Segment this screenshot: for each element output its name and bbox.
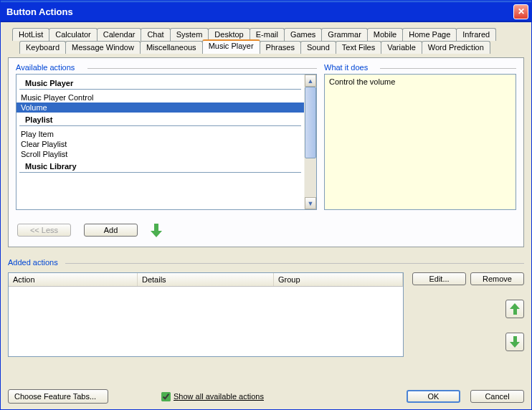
tab-strip: HotListCalculatorCalendarChatSystemDeskt…: [8, 28, 524, 57]
content-area: HotListCalculatorCalendarChatSystemDeskt…: [1, 22, 531, 409]
cancel-button[interactable]: Cancel: [470, 390, 524, 403]
scrollbar[interactable]: ▲ ▼: [304, 75, 316, 209]
checkbox-label[interactable]: Show all available actions: [174, 392, 264, 401]
show-all-checkbox[interactable]: Show all available actions: [161, 392, 264, 401]
tab-calculator[interactable]: Calculator: [49, 28, 98, 41]
available-actions-group: Available actions Music PlayerMusic Play…: [16, 65, 317, 216]
add-button[interactable]: Add: [84, 224, 138, 237]
scroll-up-icon[interactable]: ▲: [305, 75, 316, 87]
tab-keyboard[interactable]: Keyboard: [19, 41, 66, 54]
tab-variable[interactable]: Variable: [381, 41, 422, 54]
action-group-header: Playlist: [19, 113, 301, 126]
dialog-window: Button Actions ✕ HotListCalculatorCalend…: [0, 0, 532, 410]
checkbox-input[interactable]: [161, 392, 171, 401]
action-item[interactable]: Clear Playlist: [16, 139, 304, 149]
col-action[interactable]: Action: [9, 273, 138, 286]
less-button: << Less: [17, 224, 71, 237]
action-item[interactable]: Play Item: [16, 129, 304, 139]
tab-miscellaneous[interactable]: Miscellaneous: [140, 41, 203, 54]
action-item[interactable]: Music Player Control: [16, 92, 304, 102]
description-group: What it does Control the volume: [324, 65, 516, 216]
edit-button[interactable]: Edit...: [412, 272, 466, 285]
tab-chat[interactable]: Chat: [141, 28, 170, 41]
description-text: Control the volume: [324, 74, 516, 210]
tab-text-files[interactable]: Text Files: [336, 41, 381, 54]
col-group[interactable]: Group: [274, 273, 403, 286]
available-actions-label: Available actions: [16, 63, 75, 72]
tab-mobile[interactable]: Mobile: [367, 28, 403, 41]
tab-infrared[interactable]: Infrared: [456, 28, 496, 41]
tab-calendar[interactable]: Calendar: [97, 28, 142, 41]
tab-hotlist[interactable]: HotList: [12, 28, 49, 41]
tab-games[interactable]: Games: [284, 28, 322, 41]
ok-button[interactable]: OK: [407, 390, 460, 403]
table-header: Action Details Group: [9, 273, 403, 287]
added-actions-table[interactable]: Action Details Group: [8, 272, 404, 357]
arrow-up-icon: [510, 303, 520, 315]
action-item[interactable]: Volume: [16, 102, 304, 113]
remove-button[interactable]: Remove: [470, 272, 524, 285]
tab-grammar[interactable]: Grammar: [321, 28, 367, 41]
col-details[interactable]: Details: [138, 273, 274, 286]
window-title: Button Actions: [6, 6, 73, 17]
tab-word-prediction[interactable]: Word Prediction: [422, 41, 490, 54]
added-actions-group: Added actions Action Details Group Edit.…: [8, 258, 524, 382]
tab-message-window[interactable]: Message Window: [65, 41, 141, 54]
tab-phrases[interactable]: Phrases: [260, 41, 301, 54]
action-group-header: Music Library: [19, 159, 301, 173]
move-up-button[interactable]: [505, 300, 524, 318]
bottom-bar: Choose Feature Tabs... Show all availabl…: [8, 389, 524, 404]
move-down-button[interactable]: [505, 333, 524, 351]
tab-music-player[interactable]: Music Player: [202, 39, 260, 54]
action-item[interactable]: Scroll Playlist: [16, 149, 304, 159]
close-icon[interactable]: ✕: [513, 4, 528, 19]
action-group-header: Music Player: [19, 76, 301, 90]
arrow-down-icon: [510, 336, 520, 348]
available-actions-list[interactable]: Music PlayerMusic Player ControlVolumePl…: [16, 74, 317, 210]
scroll-down-icon[interactable]: ▼: [305, 197, 316, 209]
add-arrow-icon: [151, 223, 162, 237]
choose-tabs-button[interactable]: Choose Feature Tabs...: [8, 389, 108, 404]
tab-panel: Available actions Music PlayerMusic Play…: [8, 57, 524, 247]
scroll-thumb[interactable]: [305, 87, 316, 158]
tab-home-page[interactable]: Home Page: [402, 28, 457, 41]
added-actions-label: Added actions: [8, 258, 524, 267]
titlebar[interactable]: Button Actions ✕: [1, 1, 531, 22]
description-label: What it does: [324, 63, 368, 72]
tab-sound[interactable]: Sound: [300, 41, 336, 54]
